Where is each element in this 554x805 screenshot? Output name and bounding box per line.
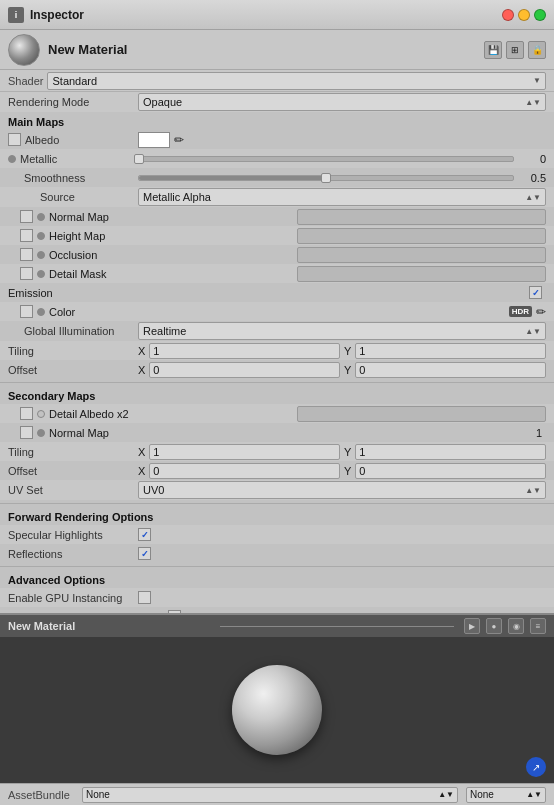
asset-bundle-value-1: None [86,789,110,800]
uv-set-dropdown[interactable]: UV0 ▲▼ [138,481,546,499]
uv-set-label: UV Set [8,484,138,496]
preview-double-dot-btn[interactable]: ◉ [508,618,524,634]
normal-map-indicator [37,213,45,221]
detail-albedo-checkbox[interactable] [20,407,33,420]
source-dropdown[interactable]: Metallic Alpha ▲▼ [138,188,546,206]
specular-highlights-checkbox[interactable] [138,528,151,541]
albedo-edit-icon[interactable]: ✏ [174,133,184,147]
occlusion-checkbox[interactable] [20,248,33,261]
asset-bundle-dropdown-1[interactable]: None ▲▼ [82,787,458,803]
metallic-slider-container: 0 [138,153,546,165]
secondary-tiling-value: X 1 Y 1 [138,444,546,460]
detail-albedo-label: Detail Albedo x2 [49,408,297,420]
shader-row: Shader Standard ▼ [0,70,554,92]
uv-set-value: UV0 ▲▼ [138,481,546,499]
title-bar: i Inspector [0,0,554,30]
emission-checkbox[interactable] [529,286,542,299]
detail-albedo-row: Detail Albedo x2 [0,404,554,423]
main-maps-header: Main Maps [0,112,554,130]
hdr-badge: HDR [509,306,532,317]
separator-1 [0,382,554,383]
shader-dropdown[interactable]: Standard ▼ [47,72,546,90]
height-map-checkbox[interactable] [20,229,33,242]
close-button[interactable] [502,9,514,21]
sec-offset-y-label: Y [344,465,351,477]
main-tiling-row: Tiling X 1 Y 1 [0,341,554,360]
sec-offset-x-input[interactable]: 0 [149,463,340,479]
header-icons: 💾 ⊞ 🔒 [484,41,546,59]
sec-offset-x-label: X [138,465,145,477]
normal-map-slot[interactable] [297,209,547,225]
global-illumination-row: Global Illumination Realtime ▲▼ [0,321,554,341]
height-map-slot[interactable] [297,228,547,244]
preview-play-btn[interactable]: ▶ [464,618,480,634]
forward-rendering-header: Forward Rendering Options [0,507,554,525]
content-area: Rendering Mode Opaque ▲▼ Main Maps Albed… [0,92,554,613]
smoothness-thumb[interactable] [321,173,331,183]
lock-icon[interactable]: 🔒 [528,41,546,59]
detail-albedo-slot[interactable] [297,406,547,422]
preview-dot-btn[interactable]: ● [486,618,502,634]
separator-2 [0,503,554,504]
reflections-checkbox[interactable] [138,547,151,560]
metallic-indicator [8,155,16,163]
sec-offset-y-input[interactable]: 0 [355,463,546,479]
detail-mask-checkbox[interactable] [20,267,33,280]
enable-gpu-label: Enable GPU Instancing [8,592,138,604]
rendering-mode-dropdown[interactable]: Opaque ▲▼ [138,93,546,111]
offset-x-input[interactable]: 0 [149,362,340,378]
albedo-label: Albedo [8,133,138,146]
smoothness-row: Smoothness 0.5 [0,168,554,187]
preview-sphere-ball [232,665,322,755]
material-name: New Material [48,42,484,57]
smoothness-fill [139,176,326,180]
smoothness-label: Smoothness [8,172,138,184]
asset-bundle-value-2: None [470,789,494,800]
detail-mask-indicator [37,270,45,278]
height-map-row: Height Map [0,226,554,245]
source-value: Metallic Alpha ▲▼ [138,188,546,206]
preview-menu-btn[interactable]: ≡ [530,618,546,634]
asset-bundle-dropdown-2[interactable]: None ▲▼ [466,787,546,803]
color-edit-icon[interactable]: ✏ [536,305,546,319]
emission-label: Emission [8,287,529,299]
detail-mask-slot[interactable] [297,266,547,282]
global-illumination-label: Global Illumination [8,325,138,337]
sec-tiling-y-input[interactable]: 1 [355,444,546,460]
occlusion-slot[interactable] [297,247,547,263]
specular-highlights-row: Specular Highlights [0,525,554,544]
settings-icon[interactable]: ⊞ [506,41,524,59]
global-illumination-dropdown[interactable]: Realtime ▲▼ [138,322,546,340]
inspector-icon: i [8,7,24,23]
preview-corner-button[interactable]: ↗ [526,757,546,777]
shader-value: Standard [52,75,97,87]
reflections-value [138,547,546,560]
albedo-color-swatch[interactable] [138,132,170,148]
smoothness-slider-container: 0.5 [138,172,546,184]
preview-sphere-container: ↗ [0,637,554,783]
enable-gpu-checkbox[interactable] [138,591,151,604]
material-header: New Material 💾 ⊞ 🔒 [0,30,554,70]
tiling-x-input[interactable]: 1 [149,343,340,359]
enable-gpu-value [138,591,546,604]
maximize-button[interactable] [534,9,546,21]
global-illumination-value: Realtime ▲▼ [138,322,546,340]
offset-y-label: Y [344,364,351,376]
albedo-checkbox[interactable] [8,133,21,146]
preview-area: New Material —————————————————————————— … [0,613,554,783]
uv-set-arrow: ▲▼ [525,486,541,495]
specular-highlights-label: Specular Highlights [8,529,138,541]
sec-tiling-x-input[interactable]: 1 [149,444,340,460]
double-dot-icon: ◉ [513,622,520,631]
color-checkbox[interactable] [20,305,33,318]
secondary-offset-value: X 0 Y 0 [138,463,546,479]
metallic-thumb[interactable] [134,154,144,164]
specular-highlights-value [138,528,546,541]
secondary-normal-checkbox[interactable] [20,426,33,439]
smoothness-value: 0.5 [138,172,546,184]
offset-y-input[interactable]: 0 [355,362,546,378]
normal-map-checkbox[interactable] [20,210,33,223]
save-icon[interactable]: 💾 [484,41,502,59]
tiling-y-input[interactable]: 1 [355,343,546,359]
minimize-button[interactable] [518,9,530,21]
